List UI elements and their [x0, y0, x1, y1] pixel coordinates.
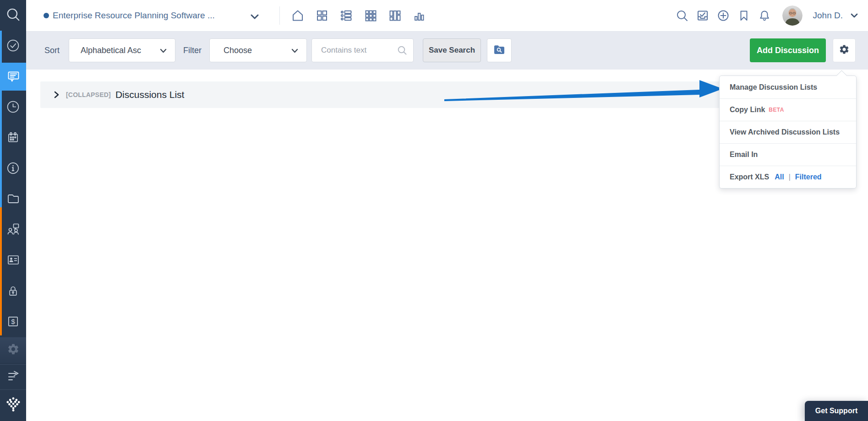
tasks-inbox-icon[interactable]	[696, 9, 709, 22]
menu-item-export-xls: Export XLS All | Filtered	[720, 166, 856, 188]
grid-2x2-icon[interactable]	[315, 9, 329, 22]
svg-text:$: $	[11, 318, 15, 325]
folder-icon	[6, 192, 20, 207]
search-icon[interactable]	[676, 9, 688, 22]
menu-item-view-archived-discussion-lists[interactable]: View Archived Discussion Lists	[720, 121, 856, 143]
clock-icon	[6, 100, 20, 115]
sidebar-item-team-discussions[interactable]	[0, 217, 26, 243]
filter-label: Filter	[183, 31, 202, 70]
calendar-icon	[6, 131, 20, 146]
chevron-down-icon	[291, 46, 298, 55]
menu-item-label: Export XLS	[730, 173, 769, 181]
bookmark-icon[interactable]	[737, 9, 750, 22]
sort-select-value: Alphabetical Asc	[81, 46, 141, 55]
chevron-down-icon	[160, 46, 167, 55]
menu-item-copy-link[interactable]: Copy Link BETA	[720, 98, 856, 121]
export-all-link[interactable]: All	[775, 173, 784, 181]
contacts-icon	[6, 253, 20, 269]
header-divider	[279, 6, 280, 25]
user-name[interactable]: John D.	[813, 11, 843, 21]
bar-chart-icon[interactable]	[412, 9, 426, 22]
export-filtered-link[interactable]: Filtered	[795, 173, 822, 181]
sidebar-item-search[interactable]	[0, 2, 26, 29]
app-root: $	[0, 0, 868, 421]
add-circle-icon[interactable]	[717, 9, 730, 22]
sidebar-item-settings[interactable]	[0, 337, 26, 363]
settings-icon-dimmed	[7, 343, 20, 357]
filter-toolbar: Sort Alphabetical Asc Filter Choose Save…	[26, 31, 868, 70]
folder-search-icon	[493, 44, 505, 57]
menu-item-label: Copy Link	[730, 106, 765, 114]
contains-text-input[interactable]	[311, 38, 414, 62]
sidebar-item-permissions[interactable]	[0, 278, 26, 305]
filter-select[interactable]: Choose	[209, 38, 307, 62]
list-settings-menu: Manage Discussion Lists Copy Link BETA V…	[719, 76, 857, 189]
sidebar-item-discussions[interactable]	[0, 63, 26, 91]
sidebar-item-calendar[interactable]	[0, 125, 26, 151]
link-separator: |	[789, 173, 791, 181]
sidebar-item-billing[interactable]: $	[0, 309, 26, 335]
get-support-button[interactable]: Get Support	[805, 401, 868, 421]
list-settings-button[interactable]	[833, 38, 856, 62]
discussions-icon	[6, 69, 20, 85]
gear-icon	[839, 44, 850, 57]
saved-searches-button[interactable]	[487, 38, 512, 62]
home-icon[interactable]	[291, 9, 305, 22]
collapse-arrow-icon	[6, 369, 20, 385]
list-view-icon[interactable]	[339, 9, 353, 22]
menu-item-email-in[interactable]: Email In	[720, 143, 856, 166]
menu-item-manage-discussion-lists[interactable]: Manage Discussion Lists	[720, 76, 856, 98]
save-search-button[interactable]: Save Search	[423, 38, 481, 62]
menu-item-label: Email In	[730, 151, 758, 159]
notifications-icon[interactable]	[758, 9, 771, 22]
search-icon	[6, 7, 21, 24]
sort-select[interactable]: Alphabetical Asc	[69, 38, 175, 62]
header-actions: John D.	[676, 0, 858, 31]
sidebar-item-info[interactable]	[0, 156, 26, 182]
check-circle-icon	[6, 39, 20, 54]
project-status-dot	[44, 13, 49, 18]
add-discussion-button[interactable]: Add Discussion	[750, 38, 826, 62]
sidebar-item-contacts[interactable]	[0, 248, 26, 274]
chevron-down-icon[interactable]	[251, 13, 259, 22]
discussions-list-collapsed-row[interactable]: [COLLAPSED] Discussions List	[40, 81, 828, 108]
sidebar-item-time[interactable]	[0, 94, 26, 121]
company-logo	[5, 396, 22, 415]
collapsed-tag: [COLLAPSED]	[66, 91, 111, 98]
sort-label: Sort	[44, 31, 60, 70]
view-switcher	[291, 0, 426, 31]
sidebar-logo[interactable]	[0, 391, 26, 420]
columns-view-icon[interactable]	[388, 9, 402, 22]
filter-select-value: Choose	[224, 46, 252, 55]
lock-icon	[6, 284, 20, 299]
billing-icon: $	[6, 315, 20, 330]
menu-item-label: View Archived Discussion Lists	[730, 128, 840, 136]
info-icon	[6, 162, 20, 177]
left-sidebar: $	[0, 0, 26, 421]
sidebar-item-tasks[interactable]	[0, 33, 26, 59]
sidebar-item-files[interactable]	[0, 186, 26, 213]
sidebar-divider	[0, 389, 26, 390]
sidebar-collapse-button[interactable]	[0, 364, 26, 390]
menu-item-label: Manage Discussion Lists	[730, 83, 817, 92]
avatar[interactable]	[782, 5, 802, 26]
beta-badge: BETA	[769, 107, 784, 113]
top-header: Enterprise Resource Planning Software ..…	[26, 0, 868, 32]
team-discussion-icon	[6, 222, 20, 238]
section-title: Discussions List	[115, 89, 185, 100]
chevron-right-icon[interactable]	[53, 91, 60, 98]
user-chevron-down-icon[interactable]	[851, 13, 858, 18]
grid-3x3-icon[interactable]	[364, 9, 377, 22]
project-title[interactable]: Enterprise Resource Planning Software ..…	[53, 0, 215, 31]
